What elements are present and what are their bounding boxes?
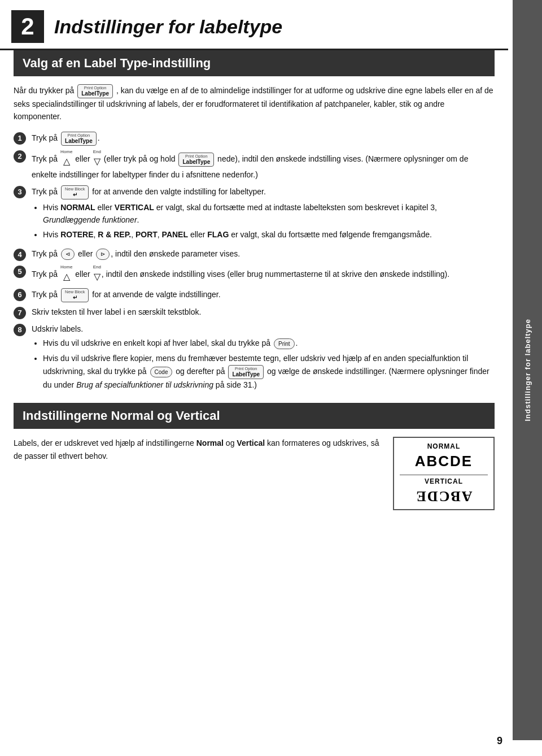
step-4: 4 Tryk på ⊲ eller ⊳, indtil den ønskede … bbox=[14, 248, 495, 261]
intro-paragraph: Når du trykker på Print Option LabelType… bbox=[14, 84, 495, 127]
step-6: 6 Tryk på New Block ↵ for at anvende de … bbox=[14, 288, 495, 302]
print-key: Print bbox=[274, 338, 295, 350]
sidebar: Indstillinger for labeltype bbox=[513, 0, 542, 740]
chapter-title: Indstillinger for labeltype bbox=[54, 16, 282, 38]
step-num-3: 3 bbox=[14, 186, 26, 198]
chapter-number: 2 bbox=[11, 10, 44, 43]
end-arrow-down-step5: End ▽ bbox=[93, 265, 101, 284]
section1-header: Valg af en Label Type-indstilling bbox=[14, 50, 495, 76]
step-3: 3 Tryk på New Block ↵ for at anvende den… bbox=[14, 185, 495, 244]
normal-label: NORMAL bbox=[400, 442, 488, 450]
step-7: 7 Skriv teksten til hver label i en særs… bbox=[14, 306, 495, 319]
arrow-right-key: ⊳ bbox=[96, 249, 110, 260]
bullet-8-2: Hvis du vil udskrive flere kopier, mens … bbox=[43, 353, 495, 391]
label-type-key-step1: Print Option LabelType bbox=[61, 132, 97, 146]
step-8: 8 Udskriv labels. Hvis du vil udskrive e… bbox=[14, 323, 495, 394]
code-key: Code bbox=[150, 367, 173, 378]
step-3-content: Tryk på New Block ↵ for at anvende den v… bbox=[32, 185, 495, 244]
main-content: Valg af en Label Type-indstilling Når du… bbox=[0, 50, 508, 510]
bullet-3-2: Hvis ROTERE, R & REP., PORT, PANEL eller… bbox=[43, 229, 495, 241]
step-num-7: 7 bbox=[14, 307, 26, 319]
step-6-content: Tryk på New Block ↵ for at anvende de va… bbox=[32, 288, 495, 302]
step-num-4: 4 bbox=[14, 249, 26, 261]
label-type-key-intro: Print Option LabelType bbox=[77, 84, 113, 98]
intro-text: Når du trykker på bbox=[14, 86, 76, 95]
end-arrow-down: End ▽ bbox=[93, 150, 101, 169]
step-num-1: 1 bbox=[14, 132, 26, 145]
vertical-label: VERTICAL bbox=[400, 477, 488, 485]
step-1-content: Tryk på Print Option LabelType . bbox=[32, 132, 495, 146]
new-block-key-step6: New Block ↵ bbox=[61, 288, 89, 302]
step-num-8: 8 bbox=[14, 324, 26, 336]
label-type-key-step8: Print Option LabelType bbox=[228, 365, 264, 379]
step-2-content: Tryk på Home △ eller End ▽ (eller tryk p… bbox=[32, 150, 495, 181]
sidebar-label: Indstillinger for labeltype bbox=[523, 319, 532, 422]
step-1: 1 Tryk på Print Option LabelType . bbox=[14, 132, 495, 146]
home-arrow-up: Home △ bbox=[60, 150, 72, 169]
normal-value: ABCDE bbox=[400, 453, 488, 470]
section2-content: Labels, der er udskrevet ved hjælp af in… bbox=[14, 437, 495, 510]
step-num-2: 2 bbox=[14, 150, 26, 163]
normal-vertical-box: NORMAL ABCDE VERTICAL ABCDE bbox=[393, 437, 495, 510]
step-7-content: Skriv teksten til hver label i en særski… bbox=[32, 306, 495, 319]
nv-divider bbox=[400, 475, 488, 475]
home-arrow-up-step5: Home △ bbox=[60, 265, 72, 284]
step-5: 5 Tryk på Home △ eller End ▽ , indtil de… bbox=[14, 265, 495, 284]
step-num-5: 5 bbox=[14, 266, 26, 278]
new-block-key-step3: New Block ↵ bbox=[61, 185, 89, 199]
chapter-header: 2 Indstillinger for labeltype bbox=[0, 0, 508, 50]
step-2: 2 Tryk på Home △ eller End ▽ (eller tryk… bbox=[14, 150, 495, 181]
step-8-content: Udskriv labels. Hvis du vil udskrive en … bbox=[32, 323, 495, 394]
bullet-8-1: Hvis du vil udskrive en enkelt kopi af h… bbox=[43, 337, 495, 350]
bullet-3-1: Hvis NORMAL eller VERTICAL er valgt, ska… bbox=[43, 202, 495, 226]
step-4-content: Tryk på ⊲ eller ⊳, indtil den ønskede pa… bbox=[32, 248, 495, 260]
label-type-key-step2: Print Option LabelType bbox=[178, 153, 214, 167]
arrow-left-key: ⊲ bbox=[61, 249, 75, 260]
vertical-value: ABCDE bbox=[400, 488, 488, 505]
step-num-6: 6 bbox=[14, 289, 26, 301]
steps-list: 1 Tryk på Print Option LabelType . 2 Try… bbox=[14, 132, 495, 394]
page-number: 9 bbox=[497, 735, 502, 747]
section2-header: Indstillingerne Normal og Vertical bbox=[14, 403, 495, 429]
step-8-bullets: Hvis du vil udskrive en enkelt kopi af h… bbox=[43, 337, 495, 391]
step-3-bullets: Hvis NORMAL eller VERTICAL er valgt, ska… bbox=[43, 202, 495, 241]
step-5-content: Tryk på Home △ eller End ▽ , indtil den … bbox=[32, 265, 495, 284]
section2-text: Labels, der er udskrevet ved hjælp af in… bbox=[14, 437, 382, 462]
